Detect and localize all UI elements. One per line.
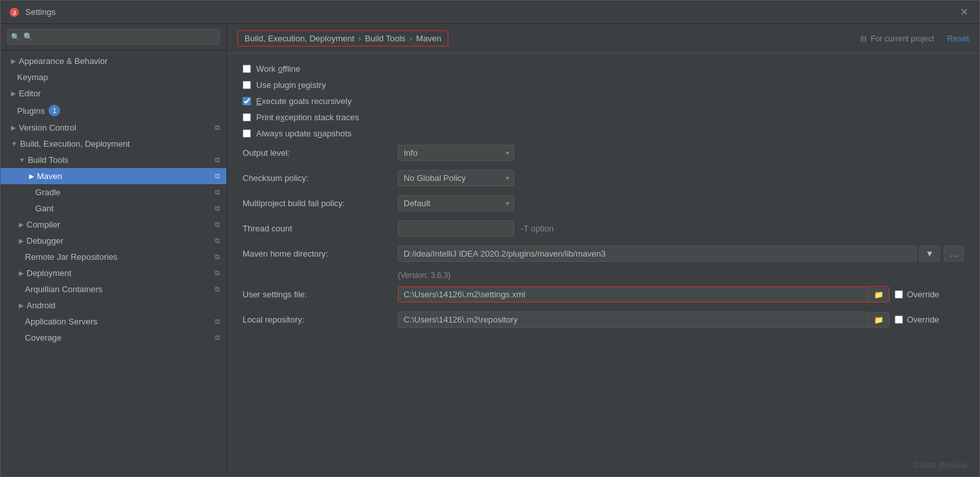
sidebar-item-deployment[interactable]: ▶ Deployment ⧉ — [1, 265, 226, 281]
sidebar-item-arquillian[interactable]: Arquillian Containers ⧉ — [1, 281, 226, 297]
search-wrapper: 🔍 — [7, 29, 220, 45]
thread-count-row: Thread count -T option — [243, 220, 964, 237]
sidebar-item-gradle[interactable]: Gradle ⧉ — [1, 184, 226, 200]
maven-home-dropdown-btn[interactable]: ▼ — [919, 246, 939, 262]
sidebar-item-build-tools[interactable]: ▼ Build Tools ⧉ — [1, 152, 226, 168]
sidebar-item-label: Debugger — [27, 236, 63, 246]
sidebar-item-gant[interactable]: Gant ⧉ — [1, 200, 226, 217]
sidebar-item-label: Build, Execution, Deployment — [20, 139, 130, 149]
sidebar-item-version-control[interactable]: ▶ Version Control ⧉ — [1, 120, 226, 136]
arrow-icon: ▶ — [11, 124, 16, 131]
use-plugin-label: Use plugin registry — [256, 80, 326, 90]
sidebar-item-coverage[interactable]: Coverage ⧉ — [1, 330, 226, 346]
always-update-checkbox[interactable] — [243, 129, 251, 138]
arrow-icon — [11, 107, 15, 114]
local-repo-input[interactable] — [398, 312, 868, 328]
sidebar-item-maven[interactable]: ▶ Maven ⧉ — [1, 168, 226, 184]
multiproject-policy-row: Multiproject build fail policy: Default … — [243, 195, 964, 211]
sidebar-item-compiler[interactable]: ▶ Compiler ⧉ — [1, 217, 226, 233]
close-button[interactable]: ✕ — [956, 5, 972, 20]
checksum-policy-select[interactable]: No Global Policy Strict Lax — [398, 170, 514, 186]
svg-text:J: J — [12, 10, 16, 16]
copy-icon: ⧉ — [215, 204, 220, 213]
sidebar-item-android[interactable]: ▶ Android — [1, 297, 226, 313]
checkbox-use-plugin: Use plugin registry — [243, 80, 964, 90]
sidebar-item-label: Gradle — [36, 187, 61, 197]
copy-icon: ⧉ — [215, 237, 220, 245]
multiproject-policy-select-wrapper: Default Fail at End Fail Fast Never Fail — [398, 195, 514, 211]
user-settings-browse-btn[interactable]: 📁 — [868, 288, 889, 302]
copy-icon: ⧉ — [215, 317, 220, 326]
sidebar-item-app-servers[interactable]: Application Servers ⧉ — [1, 313, 226, 330]
user-settings-row: User settings file: 📁 Override — [243, 286, 964, 302]
sidebar-item-label: Appearance & Behavior — [19, 56, 107, 66]
arrow-icon — [29, 189, 33, 196]
user-settings-override-section: Override — [895, 290, 939, 299]
arrow-icon: ▼ — [19, 156, 25, 164]
user-settings-override-label: Override — [907, 290, 939, 299]
breadcrumb: Build, Execution, Deployment › Build Too… — [237, 30, 448, 47]
multiproject-policy-select[interactable]: Default Fail at End Fail Fast Never Fail — [398, 195, 514, 211]
sidebar-item-label: Compiler — [27, 220, 60, 229]
always-update-label: Always update snapshots — [256, 129, 351, 138]
arrow-icon: ▶ — [19, 302, 24, 309]
sidebar-item-label: Remote Jar Repositories — [25, 252, 118, 262]
reset-button[interactable]: Reset — [947, 34, 969, 43]
copy-icon: ⧉ — [215, 188, 220, 196]
local-repo-row: Local repository: 📁 Override — [243, 312, 964, 328]
sidebar-item-appearance[interactable]: ▶ Appearance & Behavior — [1, 53, 226, 69]
user-settings-input[interactable] — [398, 287, 868, 302]
sidebar-item-plugins[interactable]: Plugins 1 — [1, 101, 226, 120]
sidebar-item-label: Deployment — [27, 268, 71, 278]
user-settings-override-checkbox[interactable] — [895, 290, 903, 299]
work-offline-checkbox[interactable] — [243, 65, 251, 73]
execute-goals-checkbox[interactable] — [243, 97, 251, 105]
sidebar-item-remote-jar[interactable]: Remote Jar Repositories ⧉ — [1, 249, 226, 265]
arrow-icon: ▶ — [11, 90, 16, 97]
copy-icon: ⧉ — [215, 156, 220, 164]
checkbox-work-offline: Work offline — [243, 64, 964, 74]
window-title: Settings — [25, 7, 956, 17]
sidebar-item-label: Coverage — [25, 333, 61, 343]
arrow-icon: ▼ — [11, 140, 17, 147]
local-repo-browse-btn[interactable]: 📁 — [868, 312, 889, 328]
search-icon: 🔍 — [11, 33, 20, 41]
sidebar-item-label: Gant — [36, 204, 54, 213]
maven-version: (Version: 3.6.3) — [398, 271, 964, 280]
copy-icon: ⧉ — [215, 123, 220, 132]
local-repo-override-label: Override — [907, 315, 939, 324]
checkbox-print-exception: Print exception stack traces — [243, 112, 964, 122]
main-panel: Build, Execution, Deployment › Build Too… — [227, 24, 979, 476]
output-level-row: Output level: Info Debug Warn Error — [243, 145, 964, 161]
titlebar: J Settings ✕ — [1, 1, 979, 24]
use-plugin-checkbox[interactable] — [243, 81, 251, 89]
maven-home-input-wrapper: ▼ … — [398, 246, 964, 262]
local-repo-label: Local repository: — [243, 315, 398, 324]
breadcrumb-bar: Build, Execution, Deployment › Build Too… — [227, 24, 979, 54]
maven-home-more-btn[interactable]: … — [944, 246, 964, 262]
arrow-icon: ▶ — [19, 221, 24, 228]
local-repo-override-checkbox[interactable] — [895, 315, 903, 324]
print-exception-label: Print exception stack traces — [256, 112, 359, 122]
copy-icon: ⧉ — [215, 220, 220, 229]
work-offline-label: Work offline — [256, 64, 300, 74]
sidebar-item-debugger[interactable]: ▶ Debugger ⧉ — [1, 233, 226, 249]
maven-home-input[interactable] — [398, 246, 917, 262]
print-exception-checkbox[interactable] — [243, 113, 251, 122]
copy-icon: ⧉ — [215, 285, 220, 293]
settings-content: Work offline Use plugin registry Execute… — [227, 54, 979, 476]
project-icon: ⊟ — [860, 34, 867, 43]
thread-count-input[interactable] — [398, 220, 514, 237]
sidebar-item-keymap[interactable]: Keymap — [1, 69, 226, 85]
local-repo-input-wrapper: 📁 — [398, 312, 889, 328]
breadcrumb-part1: Build, Execution, Deployment — [245, 34, 354, 43]
breadcrumb-sep2: › — [409, 34, 412, 43]
search-input[interactable] — [7, 29, 220, 45]
sidebar-item-editor[interactable]: ▶ Editor — [1, 85, 226, 101]
sidebar-item-label: Build Tools — [28, 155, 69, 165]
breadcrumb-part2: Build Tools — [365, 34, 406, 43]
checkbox-execute-goals: Execute goals recursively — [243, 96, 964, 106]
output-level-select[interactable]: Info Debug Warn Error — [398, 145, 514, 161]
arrow-icon: ▶ — [29, 173, 34, 180]
sidebar-item-build-exec[interactable]: ▼ Build, Execution, Deployment — [1, 136, 226, 152]
